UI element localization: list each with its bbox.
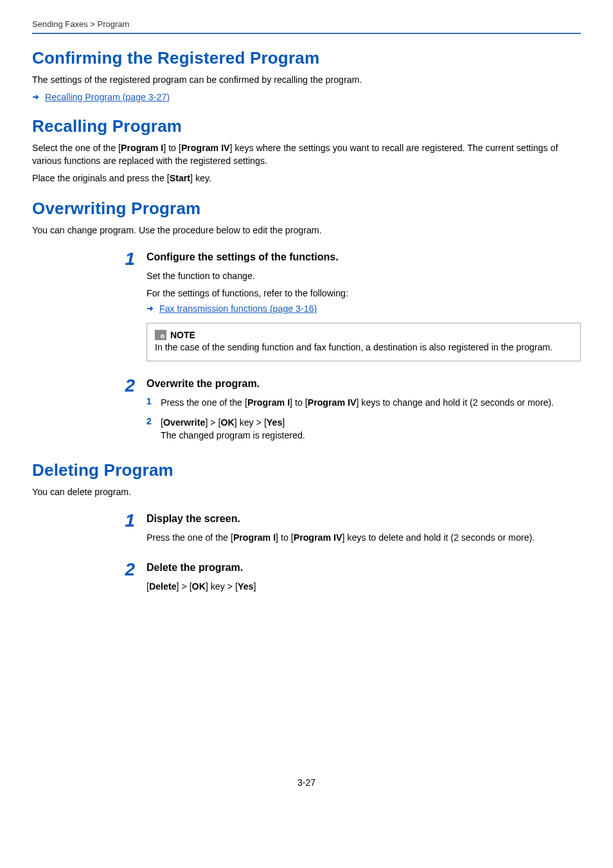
key-program-i: Program I xyxy=(121,143,163,153)
key-program-iv: Program IV xyxy=(294,532,342,543)
step2-sub1: 1 Press the one of the [Program I] to [P… xyxy=(147,396,581,410)
recall-para1: Select the one of the [Program I] to [Pr… xyxy=(32,141,581,168)
txt: ] to [ xyxy=(290,397,308,408)
step-number-1: 1 xyxy=(122,250,135,364)
step1-line1: Set the function to change. xyxy=(147,269,581,283)
heading-confirming: Confirming the Registered Program xyxy=(32,48,581,68)
heading-overwriting: Overwriting Program xyxy=(32,199,581,219)
txt: ] > [ xyxy=(177,581,192,592)
key-program-iv: Program IV xyxy=(181,143,230,153)
txt: Press the one of the [ xyxy=(147,532,233,543)
delete-step-2: 2 Delete the program. [Delete] > [OK] ke… xyxy=(122,561,581,597)
heading-recalling: Recalling Program xyxy=(32,116,581,136)
overwrite-step-1: 1 Configure the settings of the function… xyxy=(122,250,581,364)
delete-intro: You can delete program. xyxy=(32,485,581,499)
key-yes: Yes xyxy=(267,417,282,428)
page-number: 3-27 xyxy=(32,777,581,788)
txt: ] key. xyxy=(190,173,211,183)
note-icon xyxy=(155,330,166,340)
step-number-2: 2 xyxy=(122,561,135,597)
overwrite-intro: You can change program. Use the procedur… xyxy=(32,224,581,237)
txt: ] > [ xyxy=(205,417,220,428)
txt: ] keys to delete and hold it (2 seconds … xyxy=(342,532,535,543)
key-ok: OK xyxy=(192,581,206,592)
step-number-1: 1 xyxy=(122,512,135,548)
heading-deleting: Deleting Program xyxy=(32,460,581,480)
delete-step1-text: Press the one of the [Program I] to [Pro… xyxy=(147,531,581,545)
recalling-program-link[interactable]: Recalling Program (page 3-27) xyxy=(45,92,170,102)
note-text: In the case of the sending function and … xyxy=(155,342,553,352)
note-label: NOTE xyxy=(170,330,195,340)
txt: Select the one of the [ xyxy=(32,143,121,153)
confirm-ref: Recalling Program (page 3-27) xyxy=(32,92,581,102)
delete-step2-title: Delete the program. xyxy=(147,562,581,574)
key-program-i: Program I xyxy=(247,397,290,408)
key-yes: Yes xyxy=(238,581,253,592)
key-program-i: Program I xyxy=(233,532,276,543)
delete-step2-text: [Delete] > [OK] key > [Yes] xyxy=(147,580,581,593)
step-number-2: 2 xyxy=(122,377,135,446)
txt: Place the originals and press the [ xyxy=(32,173,170,183)
key-ok: OK xyxy=(220,417,234,428)
txt: ] keys to change and hold it (2 seconds … xyxy=(356,397,554,408)
step1-title: Configure the settings of the functions. xyxy=(147,251,581,263)
breadcrumb: Sending Faxes > Program xyxy=(32,19,581,34)
step2-title: Overwrite the program. xyxy=(147,378,581,390)
arrow-right-icon xyxy=(147,305,154,312)
txt: ] key > [ xyxy=(206,581,238,592)
step1-line2: For the settings of functions, refer to … xyxy=(147,287,581,300)
confirm-intro: The settings of the registered program c… xyxy=(32,73,581,87)
delete-step1-title: Display the screen. xyxy=(147,513,581,525)
txt: ] key > [ xyxy=(235,417,267,428)
step1-ref: Fax transmission functions (page 3-16) xyxy=(147,303,581,314)
key-start: Start xyxy=(170,173,190,183)
fax-functions-link[interactable]: Fax transmission functions (page 3-16) xyxy=(159,303,317,314)
txt: ] xyxy=(282,417,285,428)
txt: Press the one of the [ xyxy=(161,397,247,408)
key-delete: Delete xyxy=(149,581,177,592)
note-box: NOTE In the case of the sending function… xyxy=(147,323,581,361)
recall-para2: Place the originals and press the [Start… xyxy=(32,172,581,185)
step2-sub2-result: The changed program is registered. xyxy=(161,429,305,442)
delete-step-1: 1 Display the screen. Press the one of t… xyxy=(122,512,581,548)
substep-number-2: 2 xyxy=(147,416,154,442)
key-program-iv: Program IV xyxy=(308,397,357,408)
overwrite-step-2: 2 Overwrite the program. 1 Press the one… xyxy=(122,377,581,446)
key-overwrite: Overwrite xyxy=(163,417,205,428)
substep-number-1: 1 xyxy=(147,396,154,410)
txt: ] to [ xyxy=(276,532,294,543)
txt: ] to [ xyxy=(163,143,181,153)
arrow-right-icon xyxy=(32,93,40,101)
step2-sub2: 2 [Overwrite] > [OK] key > [Yes] The cha… xyxy=(147,416,581,442)
txt: ] xyxy=(253,581,256,592)
